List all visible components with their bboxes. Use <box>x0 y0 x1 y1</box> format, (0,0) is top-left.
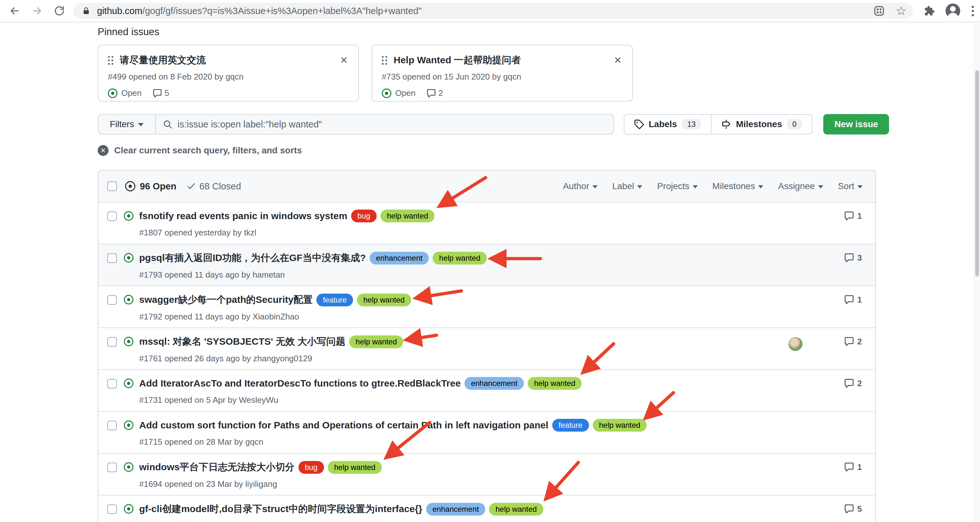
labels-button[interactable]: Labels 13 <box>624 115 711 134</box>
issue-label-help-wanted[interactable]: help wanted <box>357 294 411 306</box>
row-checkbox[interactable] <box>107 421 117 430</box>
back-icon[interactable] <box>8 4 22 18</box>
open-issue-icon <box>124 462 134 472</box>
issue-title-link[interactable]: Add custom sort function for Paths and O… <box>139 420 549 431</box>
comment-icon <box>844 253 854 263</box>
row-checkbox[interactable] <box>107 379 117 388</box>
chevron-down-icon <box>758 185 763 188</box>
row-checkbox[interactable] <box>107 504 117 514</box>
issue-title-link[interactable]: gf-cli创建model时,do目录下struct中的时间字段设置为inter… <box>139 503 422 516</box>
pinned-card[interactable]: 请尽量使用英文交流 ✕ #499 opened on 8 Feb 2020 by… <box>98 45 359 102</box>
issue-title-link[interactable]: windows平台下日志无法按大小切分 <box>139 461 294 474</box>
issue-label-enhancement[interactable]: enhancement <box>370 252 429 265</box>
issue-label-help-wanted[interactable]: help wanted <box>528 377 582 390</box>
chevron-down-icon <box>138 123 144 126</box>
browser-profile-avatar[interactable] <box>945 3 960 18</box>
filters-dropdown-button[interactable]: Filters <box>98 114 156 134</box>
select-all-checkbox[interactable] <box>107 182 117 191</box>
comment-icon <box>844 462 854 472</box>
issue-label-help-wanted[interactable]: help wanted <box>433 252 487 265</box>
issue-title-link[interactable]: swagger缺少每一个path的Security配置 <box>139 293 312 306</box>
clear-search-link[interactable]: ✕ Clear current search query, filters, a… <box>98 145 876 156</box>
issue-row: gf-cli创建model时,do目录下struct中的时间字段设置为inter… <box>98 495 875 522</box>
milestones-button[interactable]: Milestones 0 <box>711 115 812 134</box>
bookmark-star-icon[interactable]: ☆ <box>896 5 907 17</box>
issue-label-help-wanted[interactable]: help wanted <box>349 335 403 348</box>
issue-row: mssql: 对象名 'SYSOBJECTS' 无效 大小写问题 help wa… <box>98 327 875 369</box>
issue-row: swagger缺少每一个path的Security配置 featurehelp … <box>98 286 875 327</box>
comment-count: 2 <box>439 88 443 98</box>
pinned-card[interactable]: Help Wanted 一起帮助提问者 ✕ #735 opened on 15 … <box>372 45 633 102</box>
open-issue-icon <box>124 504 134 514</box>
row-checkbox[interactable] <box>107 463 117 472</box>
projects-filter-dropdown[interactable]: Projects <box>657 181 697 192</box>
closed-issues-tab[interactable]: 68 Closed <box>199 181 241 192</box>
issue-row: Add custom sort function for Paths and O… <box>98 411 875 453</box>
issue-comments-count[interactable]: 1 <box>844 295 862 305</box>
issue-label-feature[interactable]: feature <box>552 419 589 432</box>
open-issues-tab[interactable]: 96 Open <box>140 181 176 192</box>
issue-row: Add IteratorAscTo and IteratorDescTo fun… <box>98 369 875 411</box>
new-issue-button[interactable]: New issue <box>823 114 889 134</box>
issue-title-link[interactable]: fsnotify read events panic in windows sy… <box>139 211 347 221</box>
chevron-down-icon <box>818 185 823 188</box>
issue-meta: #1807 opened yesterday by tkzl <box>139 228 875 238</box>
issue-comments-count[interactable]: 3 <box>844 253 862 263</box>
refresh-icon[interactable] <box>52 4 67 18</box>
issue-label-enhancement[interactable]: enhancement <box>426 503 485 516</box>
open-issue-icon <box>382 88 391 98</box>
milestones-filter-dropdown[interactable]: Milestones <box>713 181 764 192</box>
tab-groups-icon[interactable] <box>872 4 886 18</box>
issue-label-help-wanted[interactable]: help wanted <box>489 503 543 516</box>
comment-icon <box>844 504 854 514</box>
row-checkbox[interactable] <box>107 337 117 346</box>
issue-label-help-wanted[interactable]: help wanted <box>328 461 382 474</box>
sort-dropdown[interactable]: Sort <box>838 181 862 192</box>
issue-meta: #1793 opened 11 days ago by hametan <box>139 270 875 280</box>
row-checkbox[interactable] <box>107 295 117 305</box>
scrollbar-thumb[interactable] <box>975 70 979 276</box>
issues-rows: fsnotify read events panic in windows sy… <box>98 202 875 522</box>
assignee-avatar[interactable] <box>789 337 802 351</box>
milestones-count-badge: 0 <box>787 119 802 130</box>
lock-icon <box>82 6 91 15</box>
pinned-issue-title[interactable]: 请尽量使用英文交流 <box>120 54 339 67</box>
issue-label-help-wanted[interactable]: help wanted <box>593 419 647 432</box>
issue-label-bug[interactable]: bug <box>299 461 324 474</box>
row-checkbox[interactable] <box>107 211 117 221</box>
issue-label-help-wanted[interactable]: help wanted <box>380 209 434 222</box>
clear-x-icon: ✕ <box>98 145 108 156</box>
issue-title-link[interactable]: pgsql有插入返回ID功能，为什么在GF当中没有集成? <box>139 251 366 265</box>
search-input[interactable] <box>178 119 606 130</box>
issue-comments-count[interactable]: 2 <box>844 337 862 346</box>
tag-icon <box>634 119 644 129</box>
unpin-close-icon[interactable]: ✕ <box>613 56 622 65</box>
url-bar[interactable]: github.com/gogf/gf/issues?q=is%3Aissue+i… <box>73 3 913 19</box>
issue-label-feature[interactable]: feature <box>317 294 353 306</box>
issue-comments-count[interactable]: 1 <box>844 211 862 221</box>
page-scrollbar[interactable] <box>974 23 980 522</box>
label-filter-dropdown[interactable]: Label <box>612 181 643 192</box>
unpin-close-icon[interactable]: ✕ <box>339 56 348 65</box>
comment-icon <box>844 295 854 305</box>
open-issue-icon <box>124 420 134 430</box>
issue-label-bug[interactable]: bug <box>351 209 377 222</box>
issue-comments-count[interactable]: 2 <box>844 378 862 388</box>
drag-grip-icon[interactable] <box>382 56 387 65</box>
row-checkbox[interactable] <box>107 253 117 263</box>
extensions-puzzle-icon[interactable] <box>922 4 936 18</box>
assignee-filter-dropdown[interactable]: Assignee <box>778 181 823 192</box>
issue-title-link[interactable]: Add IteratorAscTo and IteratorDescTo fun… <box>139 378 461 389</box>
author-filter-dropdown[interactable]: Author <box>563 181 598 192</box>
forward-icon[interactable] <box>30 4 44 18</box>
issue-comments-count[interactable]: 5 <box>844 504 862 514</box>
pinned-issue-title[interactable]: Help Wanted 一起帮助提问者 <box>394 54 613 67</box>
pinned-issues-row: 请尽量使用英文交流 ✕ #499 opened on 8 Feb 2020 by… <box>98 45 876 102</box>
issue-label-enhancement[interactable]: enhancement <box>465 377 523 390</box>
issue-comments-count[interactable]: 1 <box>844 462 862 472</box>
issues-search-box[interactable] <box>156 114 614 134</box>
browser-menu-icon[interactable] <box>970 6 976 16</box>
issue-title-link[interactable]: mssql: 对象名 'SYSOBJECTS' 无效 大小写问题 <box>139 335 345 348</box>
issue-row: pgsql有插入返回ID功能，为什么在GF当中没有集成? enhancement… <box>98 244 875 286</box>
drag-grip-icon[interactable] <box>108 56 113 65</box>
